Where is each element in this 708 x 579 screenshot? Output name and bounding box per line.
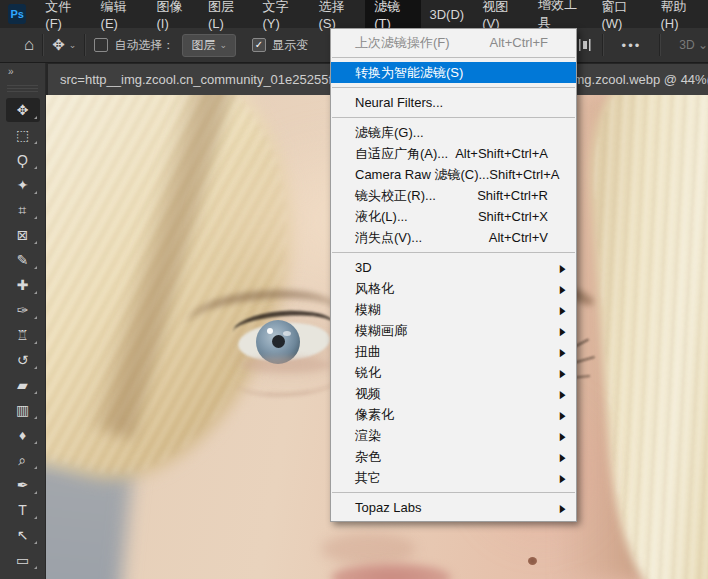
menu-item-label: Topaz Labs bbox=[355, 500, 422, 515]
menu-item-label: Neural Filters... bbox=[355, 95, 443, 110]
filter-menu-item-8[interactable]: 自适应广角(A)...Alt+Shift+Ctrl+A bbox=[331, 143, 576, 164]
menubar-item-3[interactable]: 图像(I) bbox=[147, 0, 198, 28]
filter-menu-item-26[interactable]: Topaz Labs▶ bbox=[331, 497, 576, 518]
magic-wand-tool[interactable]: ✦ bbox=[6, 173, 40, 197]
filter-menu-item-12[interactable]: 消失点(V)...Alt+Ctrl+V bbox=[331, 227, 576, 248]
history-brush-tool[interactable]: ↺ bbox=[6, 348, 40, 372]
photo-lips bbox=[331, 563, 451, 579]
tool-flyout-indicator bbox=[34, 341, 37, 344]
filter-menu-item-11[interactable]: 液化(L)...Shift+Ctrl+X bbox=[331, 206, 576, 227]
clone-stamp-tool-icon: ♖ bbox=[16, 327, 29, 343]
show-transform-label: 显示变 bbox=[272, 37, 308, 54]
filter-menu-item-19[interactable]: 锐化▶ bbox=[331, 362, 576, 383]
tool-flyout-indicator bbox=[34, 516, 37, 519]
magic-wand-tool-icon: ✦ bbox=[17, 177, 29, 193]
menubar-item-6[interactable]: 选择(S) bbox=[309, 0, 365, 28]
rectangle-tool[interactable]: ▭ bbox=[6, 548, 40, 572]
filter-menu-item-14[interactable]: 3D▶ bbox=[331, 257, 576, 278]
auto-select-checkbox[interactable] bbox=[94, 38, 108, 52]
pen-tool[interactable]: ✒ bbox=[6, 473, 40, 497]
filter-menu-item-3[interactable]: 转换为智能滤镜(S) bbox=[331, 62, 576, 83]
tool-flyout-indicator bbox=[34, 366, 37, 369]
eraser-tool[interactable]: ▰ bbox=[6, 373, 40, 397]
blur-tool[interactable]: ♦ bbox=[6, 423, 40, 447]
move-tool-preset-icon[interactable]: ✥ bbox=[52, 36, 65, 54]
options-separator bbox=[42, 34, 44, 56]
rectangle-tool-icon: ▭ bbox=[16, 552, 29, 568]
menu-item-label: 模糊 bbox=[355, 301, 381, 319]
filter-menu-item-16[interactable]: 模糊▶ bbox=[331, 299, 576, 320]
filter-menu-item-21[interactable]: 像素化▶ bbox=[331, 404, 576, 425]
frame-tool[interactable]: ⊠ bbox=[6, 223, 40, 247]
healing-brush-tool-icon: ✚ bbox=[17, 277, 29, 293]
submenu-arrow-icon: ▶ bbox=[560, 408, 566, 421]
dodge-tool[interactable]: ⌕ bbox=[6, 448, 40, 472]
chevron-down-icon: ⌄ bbox=[219, 40, 227, 50]
filter-menu-item-20[interactable]: 视频▶ bbox=[331, 383, 576, 404]
menubar-item-7[interactable]: 滤镜(T) bbox=[365, 0, 420, 28]
menu-item-label: 模糊画廊 bbox=[355, 322, 407, 340]
move-tool[interactable]: ✥ bbox=[6, 98, 40, 122]
history-brush-tool-icon: ↺ bbox=[17, 352, 29, 368]
filter-menu-item-24[interactable]: 其它▶ bbox=[331, 467, 576, 488]
gradient-tool[interactable]: ▥ bbox=[6, 398, 40, 422]
filter-menu-item-23[interactable]: 杂色▶ bbox=[331, 446, 576, 467]
show-transform-option[interactable]: ✓ 显示变 bbox=[252, 37, 308, 54]
menubar-item-4[interactable]: 图层(L) bbox=[199, 0, 254, 28]
path-selection-tool[interactable]: ↖ bbox=[6, 523, 40, 547]
tool-flyout-indicator bbox=[34, 466, 37, 469]
filter-menu-item-7[interactable]: 滤镜库(G)... bbox=[331, 122, 576, 143]
brush-tool[interactable]: ✑ bbox=[6, 298, 40, 322]
auto-select-target-value: 图层 bbox=[191, 37, 215, 54]
tool-flyout-indicator bbox=[34, 491, 37, 494]
menubar-item-2[interactable]: 编辑(E) bbox=[92, 0, 148, 28]
filter-menu-item-5[interactable]: Neural Filters... bbox=[331, 92, 576, 113]
menu-item-label: 3D bbox=[355, 260, 372, 275]
submenu-arrow-icon: ▶ bbox=[560, 324, 566, 337]
tools-panel-grip[interactable] bbox=[7, 83, 38, 92]
tool-flyout-indicator bbox=[34, 416, 37, 419]
more-options-icon[interactable]: ••• bbox=[622, 38, 642, 53]
filter-menu-item-22[interactable]: 渲染▶ bbox=[331, 425, 576, 446]
chevron-down-icon[interactable]: ⌄ bbox=[69, 40, 77, 50]
home-icon[interactable]: ⌂ bbox=[24, 35, 34, 55]
tool-flyout-indicator bbox=[34, 316, 37, 319]
crop-tool[interactable]: ⌗ bbox=[6, 198, 40, 222]
filter-menu-item-9[interactable]: Camera Raw 滤镜(C)...Shift+Ctrl+A bbox=[331, 164, 576, 185]
photoshop-logo: Ps bbox=[8, 4, 26, 24]
filter-menu-item-18[interactable]: 扭曲▶ bbox=[331, 341, 576, 362]
clone-stamp-tool[interactable]: ♖ bbox=[6, 323, 40, 347]
menubar-item-10[interactable]: 增效工具 bbox=[529, 0, 592, 28]
distribute-horizontal-centers-icon[interactable] bbox=[576, 37, 594, 53]
tools-panel-collapse-icon[interactable]: » bbox=[0, 62, 45, 80]
menu-bar-items: 文件(F)编辑(E)图像(I)图层(L)文字(Y)选择(S)滤镜(T)3D(D)… bbox=[36, 0, 708, 28]
show-transform-checkbox[interactable]: ✓ bbox=[252, 38, 266, 52]
tool-flyout-indicator bbox=[34, 391, 37, 394]
menubar-item-8[interactable]: 3D(D) bbox=[421, 0, 474, 28]
auto-select-option[interactable]: 自动选择： bbox=[94, 37, 174, 54]
rectangular-marquee-tool[interactable]: ⬚ bbox=[6, 123, 40, 147]
healing-brush-tool[interactable]: ✚ bbox=[6, 273, 40, 297]
submenu-arrow-icon: ▶ bbox=[560, 282, 566, 295]
auto-select-target-dropdown[interactable]: 图层 ⌄ bbox=[182, 34, 236, 57]
tool-flyout-indicator bbox=[34, 441, 37, 444]
tool-flyout-indicator bbox=[34, 291, 37, 294]
gradient-tool-icon: ▥ bbox=[16, 402, 29, 418]
filter-menu-item-1[interactable]: 上次滤镜操作(F)Alt+Ctrl+F bbox=[331, 32, 576, 53]
filter-menu-item-15[interactable]: 风格化▶ bbox=[331, 278, 576, 299]
filter-menu-item-17[interactable]: 模糊画廊▶ bbox=[331, 320, 576, 341]
eyedropper-tool[interactable]: ✎ bbox=[6, 248, 40, 272]
frame-tool-icon: ⊠ bbox=[17, 227, 29, 243]
menubar-item-1[interactable]: 文件(F) bbox=[36, 0, 91, 28]
menubar-item-5[interactable]: 文字(Y) bbox=[254, 0, 310, 28]
menubar-item-9[interactable]: 视图(V) bbox=[473, 0, 529, 28]
lasso-tool[interactable]: Ϙ bbox=[6, 148, 40, 172]
submenu-arrow-icon: ▶ bbox=[560, 261, 566, 274]
menubar-item-11[interactable]: 窗口(W) bbox=[592, 0, 651, 28]
filter-menu-item-10[interactable]: 镜头校正(R)...Shift+Ctrl+R bbox=[331, 185, 576, 206]
type-tool[interactable]: T bbox=[6, 498, 40, 522]
3d-mode-button[interactable]: 3D ⌄ bbox=[679, 38, 708, 52]
menu-separator bbox=[332, 117, 575, 118]
menubar-item-12[interactable]: 帮助(H) bbox=[652, 0, 708, 28]
menu-item-label: 像素化 bbox=[355, 406, 394, 424]
